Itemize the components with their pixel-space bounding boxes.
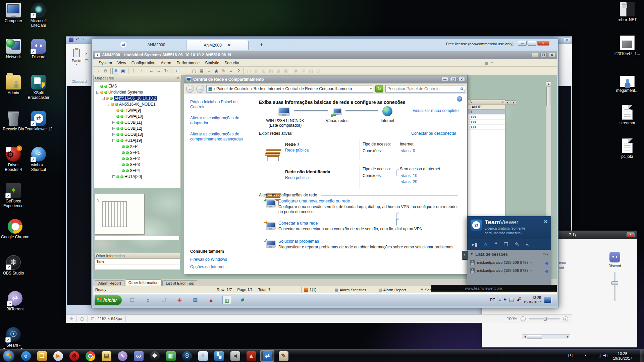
session-dropdown-icon[interactable]: ▼ (530, 261, 533, 264)
taskbar-clock[interactable]: 13:25 19/10/2017 (610, 351, 635, 361)
vlan-link[interactable]: vlans_10 (401, 173, 417, 178)
tray-expand-icon[interactable]: ▲ (584, 354, 587, 357)
anm-maximize-button[interactable]: ❐ (540, 53, 547, 57)
tree-filter-input[interactable] (95, 236, 179, 240)
flag-icon[interactable]: ⚑ (502, 298, 508, 302)
export-icon[interactable]: ⇪ (130, 68, 137, 74)
time-row[interactable]: Time (95, 259, 180, 264)
desktop-icon-recycle[interactable]: Recycle Bin (1, 111, 26, 131)
bottom-tab-2[interactable]: List of Error Tips (162, 280, 197, 286)
refresh-icon[interactable]: ↻ (163, 68, 169, 74)
schedule-icon[interactable]: ◔ (138, 68, 144, 74)
desktop-icon-steam[interactable]: Steam - Shortcut (2) (1, 327, 26, 352)
menu-system[interactable]: System (96, 60, 115, 66)
save-icon[interactable] (69, 38, 73, 42)
taskbar-app-bittorrent[interactable]: ∿ (115, 350, 129, 362)
collapse-icon[interactable]: - (102, 97, 105, 100)
tv-close-button[interactable]: ✕ (537, 41, 549, 46)
taskbar-app-paint[interactable]: ✎ (276, 350, 290, 362)
cursor-icon[interactable]: ▶ (544, 268, 550, 274)
bottom-tab-0[interactable]: Alarm Report (95, 280, 124, 286)
search-input[interactable]: Pesquisar Painel de Controle (385, 85, 465, 93)
menu-alarm[interactable]: Alarm (158, 60, 174, 66)
volume-icon[interactable]: ◄) (602, 353, 607, 358)
video-call-icon[interactable]: ▸▮ (472, 241, 477, 247)
lan-id-row[interactable]: 088 (468, 115, 505, 120)
taskbar-app-notepad[interactable]: ≡ (196, 350, 210, 362)
desktop-icon-rebox.NET[interactable]: rebox.NET (611, 2, 643, 22)
session-row[interactable]: mickaelparaizo (198 509 873) ▼ ▶ (467, 258, 551, 266)
doc-pin-icon[interactable]: ▥ (253, 68, 260, 74)
internet-options-link[interactable]: Opções da Internet (190, 264, 224, 269)
taskbar-app-windows-explorer[interactable]: ❒ (35, 350, 49, 362)
sessions-header[interactable]: ▼ Lista de sessões ⚙▾ (467, 250, 551, 258)
mixer-close-button[interactable]: ✕ (627, 232, 635, 237)
tree-node[interactable]: +GC8B[12] (94, 125, 180, 131)
tv-minimize-button[interactable]: — (518, 41, 527, 46)
collapse-icon[interactable]: - (107, 103, 110, 106)
network-tool-icon[interactable]: # (238, 296, 247, 304)
pin-icon[interactable]: ✛ (172, 76, 175, 80)
desktop-icon-network[interactable]: Network (1, 39, 26, 59)
rack-card[interactable] (102, 201, 127, 227)
taskbar-app-obs-studio[interactable]: ❋ (148, 350, 162, 362)
tree-node[interactable]: SFP3 (94, 162, 180, 168)
taskbar-app-anm-monitor[interactable]: ▥ (164, 350, 178, 362)
ncpa-minimize-button[interactable]: — (442, 77, 448, 82)
doc-new-icon[interactable]: ▢ (246, 68, 252, 74)
terminal-icon[interactable]: ▣ (120, 68, 126, 74)
alarm-icon[interactable]: ▲ (207, 296, 215, 304)
combo-drop-button[interactable]: ▾ (505, 100, 510, 105)
menu-configuration[interactable]: Configuration (129, 60, 158, 66)
watch-icon[interactable]: ◉ (213, 68, 220, 74)
scroll-thumb[interactable] (527, 335, 542, 339)
tree-node[interactable]: SFP1 (94, 149, 180, 156)
tree-node[interactable]: +GCOB[13] (94, 131, 180, 137)
sheet4-icon[interactable]: ▧ (315, 68, 322, 74)
sheet1-icon[interactable]: ▣ (293, 68, 300, 74)
sound-icon[interactable]: ♪ (95, 68, 101, 74)
crumb-separator-icon[interactable]: ▾ (282, 87, 285, 90)
desktop-icon-obs[interactable]: OBS Studio (1, 255, 26, 276)
network-signal-icon[interactable] (597, 354, 600, 358)
teamviewer-host-icon[interactable] (544, 297, 552, 303)
task-title[interactable]: Configurar uma nova conexão ou rede (278, 199, 460, 203)
gear-icon[interactable]: ⚙▾ (543, 252, 548, 256)
collapse-icon[interactable]: - (112, 139, 115, 142)
tree-node[interactable]: +GC8B[11] (94, 119, 180, 125)
network-task-2[interactable]: ✓ Solucionar problemas Diagnosticar e re… (266, 239, 460, 250)
desktop-icon-lifecam[interactable]: Microsoft LifeCam (24, 3, 53, 28)
taskbar-app-driver-booster[interactable]: ⚙ (67, 350, 81, 362)
sidebar-link-0[interactable]: Página Inicial do Painel de Controle (190, 100, 250, 110)
multiple-networks-icon[interactable] (331, 108, 343, 116)
session-tab-1[interactable]: ANM2000 (131, 40, 181, 50)
chevron-up-icon[interactable]: ∧ (497, 298, 502, 302)
expand-icon[interactable]: + (112, 121, 115, 124)
chrome-icon[interactable]: ◉ (175, 296, 184, 304)
marquee-icon[interactable]: ▦ (198, 68, 205, 74)
network-kind-link[interactable]: Rede pública (285, 175, 309, 180)
lan-id-row[interactable]: 088 (468, 125, 505, 130)
ncpa-close-button[interactable]: ✕ (459, 77, 465, 82)
menu-statistic[interactable]: Statistic (202, 60, 222, 66)
anm-close-button[interactable]: ✕ (549, 53, 555, 57)
teamviewer-site-link[interactable]: www.teamviewer.com (465, 286, 502, 290)
tree-node[interactable]: -AN5516-06_NODE1 (94, 101, 180, 107)
status-button-0[interactable]: ▦Alarm Statistics (335, 288, 366, 292)
layout-grid-icon[interactable]: ▦ ﹀ (482, 60, 554, 66)
session-row[interactable]: mickaelparaizo (198 509 873) ▼ ▶ (467, 266, 551, 275)
ncpa-maximize-button[interactable]: ❐ (450, 77, 457, 82)
crumb-separator-icon[interactable]: ▾ (250, 87, 253, 90)
zoom-slider-thumb[interactable] (544, 317, 547, 321)
forward-button[interactable]: → (196, 85, 204, 93)
help-icon[interactable]: ? (457, 96, 462, 102)
doc-edit-icon[interactable]: ▩ (275, 68, 282, 74)
zoom-out-button[interactable]: − (521, 316, 526, 321)
tree-node[interactable]: -HU1A[19] (94, 137, 180, 143)
crumb-1[interactable]: Rede e Internet (254, 86, 281, 91)
forward-icon[interactable]: → (155, 68, 162, 74)
paint-close-button[interactable]: ✕ (564, 38, 570, 42)
desktop-icon-pc jota[interactable]: pc jota (611, 138, 643, 159)
discord-volume-slider[interactable] (614, 272, 615, 301)
sidebar-link-1[interactable]: Alterar as configurações do adaptador (190, 116, 250, 126)
